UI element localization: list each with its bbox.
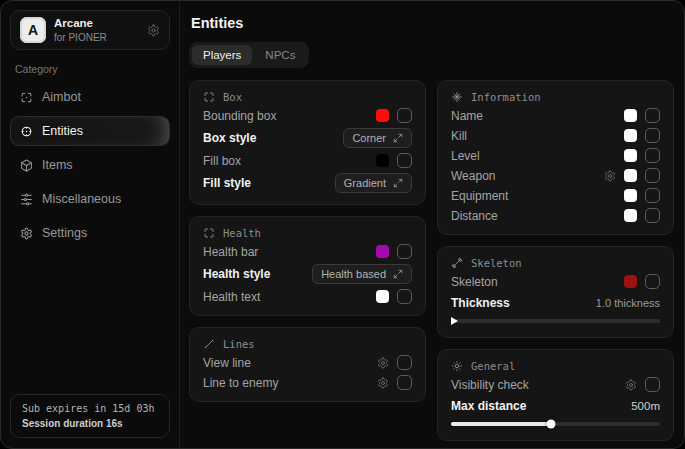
row-health-bar: Health bar	[203, 244, 412, 259]
checkbox[interactable]	[645, 188, 660, 203]
row-label: Equipment	[451, 189, 508, 203]
checkbox[interactable]	[645, 208, 660, 223]
color-swatch[interactable]	[624, 189, 637, 202]
target-icon	[20, 125, 33, 138]
health-style-dropdown[interactable]: Health based	[312, 264, 412, 284]
sub-expiry-text: Sub expires in 15d 03h	[22, 403, 158, 414]
checkbox[interactable]	[397, 355, 412, 370]
color-swatch[interactable]	[376, 154, 389, 167]
row-label: Distance	[451, 209, 498, 223]
panel-box: Box Bounding box Box style Corner	[189, 80, 426, 205]
color-swatch[interactable]	[376, 290, 389, 303]
panel-general: General Visibility check Max distance 50…	[437, 349, 674, 441]
panel-title: General	[471, 360, 515, 372]
panel-box-header: Box	[203, 91, 412, 103]
tab-players[interactable]: Players	[192, 45, 252, 65]
expand-icon	[393, 133, 403, 143]
max-distance-slider[interactable]	[451, 422, 660, 426]
right-column: Information Name Kill	[437, 80, 674, 441]
thickness-slider[interactable]	[451, 319, 660, 323]
tab-npcs[interactable]: NPCs	[254, 45, 306, 65]
checkbox[interactable]	[397, 375, 412, 390]
row-label: Box style	[203, 131, 256, 145]
sidebar: A Arcane for PIONER Category Aimbot Enti…	[1, 1, 180, 448]
panel-lines: Lines View line Line to enemy	[189, 327, 426, 402]
checkbox[interactable]	[397, 153, 412, 168]
row-max-distance: Max distance 500m	[451, 399, 660, 413]
session-duration-text: Session duration 16s	[22, 418, 158, 429]
sidebar-item-label: Miscellaneous	[42, 192, 121, 206]
panel-title: Information	[471, 91, 541, 103]
box-style-dropdown[interactable]: Corner	[343, 128, 412, 148]
slider-thumb[interactable]	[547, 420, 556, 429]
sidebar-item-entities[interactable]: Entities	[10, 116, 170, 146]
color-swatch[interactable]	[624, 275, 637, 288]
row-label: Thickness	[451, 296, 510, 310]
brand-logo: A	[20, 17, 46, 43]
fill-style-dropdown[interactable]: Gradient	[335, 173, 412, 193]
checkbox[interactable]	[645, 148, 660, 163]
slider-value: 1.0 thickness	[596, 297, 660, 309]
gear-icon[interactable]	[625, 379, 637, 391]
checkbox[interactable]	[397, 108, 412, 123]
row-label: Name	[451, 109, 483, 123]
sidebar-item-label: Items	[42, 158, 73, 172]
panel-information-header: Information	[451, 91, 660, 103]
color-swatch[interactable]	[624, 149, 637, 162]
color-swatch[interactable]	[376, 109, 389, 122]
cube-icon	[20, 159, 33, 172]
slider-fill	[451, 422, 551, 426]
row-label: Health bar	[203, 245, 258, 259]
row-label: Health style	[203, 267, 270, 281]
color-swatch[interactable]	[624, 109, 637, 122]
row-kill: Kill	[451, 128, 660, 143]
slider-thumb[interactable]	[451, 317, 458, 325]
row-equipment: Equipment	[451, 188, 660, 203]
color-swatch[interactable]	[624, 129, 637, 142]
slider-value: 500m	[631, 400, 660, 412]
sidebar-item-settings[interactable]: Settings	[10, 218, 170, 248]
gear-icon[interactable]	[377, 377, 389, 389]
panel-skeleton: Skeleton Skeleton Thickness 1.0 thicknes…	[437, 246, 674, 338]
left-column: Box Bounding box Box style Corner	[189, 80, 426, 441]
color-swatch[interactable]	[376, 245, 389, 258]
sidebar-item-label: Entities	[42, 124, 83, 138]
row-name: Name	[451, 108, 660, 123]
row-label: Line to enemy	[203, 376, 278, 390]
panel-title: Box	[223, 91, 242, 103]
subscription-card: Sub expires in 15d 03h Session duration …	[10, 394, 170, 438]
dropdown-value: Health based	[321, 268, 386, 280]
sidebar-item-miscellaneous[interactable]: Miscellaneous	[10, 184, 170, 214]
panel-lines-header: Lines	[203, 338, 412, 350]
gear-icon[interactable]	[377, 357, 389, 369]
app-window: A Arcane for PIONER Category Aimbot Enti…	[0, 0, 685, 449]
row-label: Fill style	[203, 176, 251, 190]
checkbox[interactable]	[645, 168, 660, 183]
row-label: View line	[203, 356, 251, 370]
sidebar-item-aimbot[interactable]: Aimbot	[10, 82, 170, 112]
checkbox[interactable]	[397, 244, 412, 259]
row-label: Visibility check	[451, 378, 529, 392]
checkbox[interactable]	[645, 377, 660, 392]
sidebar-item-items[interactable]: Items	[10, 150, 170, 180]
checkbox[interactable]	[645, 128, 660, 143]
color-swatch[interactable]	[624, 209, 637, 222]
row-label: Level	[451, 149, 480, 163]
gear-icon[interactable]	[147, 24, 160, 37]
entity-tabs: Players NPCs	[189, 42, 309, 68]
color-swatch[interactable]	[624, 169, 637, 182]
panel-skeleton-header: Skeleton	[451, 257, 660, 269]
asterisk-icon	[451, 91, 463, 103]
expand-icon	[393, 269, 403, 279]
panel-general-header: General	[451, 360, 660, 372]
main-content: Entities Players NPCs Box Bounding box	[181, 1, 684, 448]
page-title: Entities	[189, 15, 674, 31]
checkbox[interactable]	[397, 289, 412, 304]
checkbox[interactable]	[645, 108, 660, 123]
gear-icon[interactable]	[604, 170, 616, 182]
row-label: Weapon	[451, 169, 495, 183]
checkbox[interactable]	[645, 274, 660, 289]
sliders-icon	[20, 193, 33, 206]
corner-brackets-icon	[203, 227, 215, 239]
panel-health-header: Health	[203, 227, 412, 239]
